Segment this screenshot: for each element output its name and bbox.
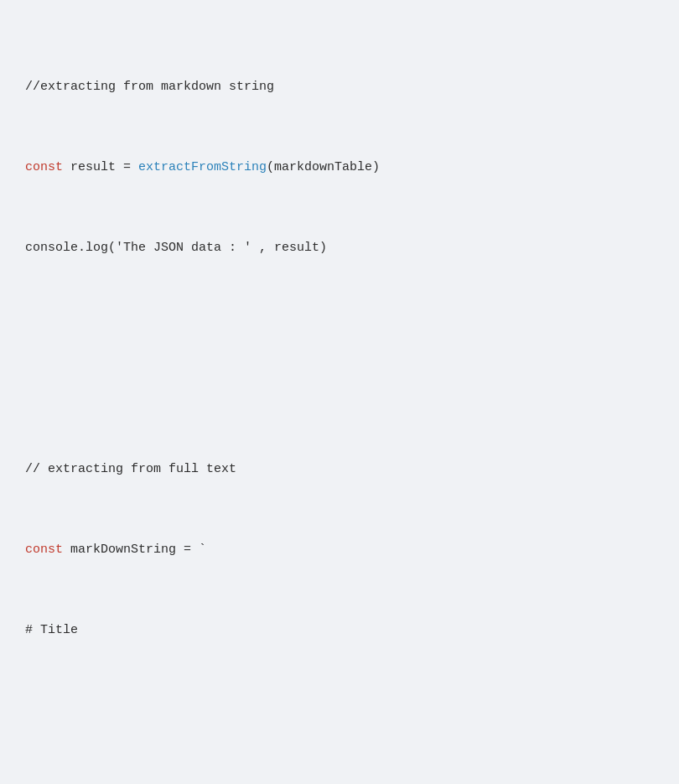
keyword-const: const bbox=[25, 543, 63, 557]
code-line-3: console.log('The JSON data : ' , result) bbox=[25, 238, 654, 258]
code-line-1: //extracting from markdown string bbox=[25, 77, 654, 97]
code-line-4 bbox=[25, 319, 654, 339]
code-line-7: const markDownString = ` bbox=[25, 540, 654, 560]
code-text: result = bbox=[63, 160, 138, 174]
func-extractFromString: extractFromString bbox=[138, 160, 267, 174]
code-line-5 bbox=[25, 379, 654, 399]
code-container: //extracting from markdown string const … bbox=[0, 0, 679, 784]
code-line-6: // extracting from full text bbox=[25, 459, 654, 480]
code-text: markDownString = bbox=[63, 543, 199, 557]
backtick: ` bbox=[199, 543, 206, 557]
keyword-const: const bbox=[25, 160, 63, 174]
code-line-2: const result = extractFromString(markdow… bbox=[25, 158, 654, 178]
code-line-9 bbox=[25, 701, 654, 721]
code-text: (markdownTable) bbox=[267, 160, 380, 174]
code-line-8: # Title bbox=[25, 620, 654, 641]
